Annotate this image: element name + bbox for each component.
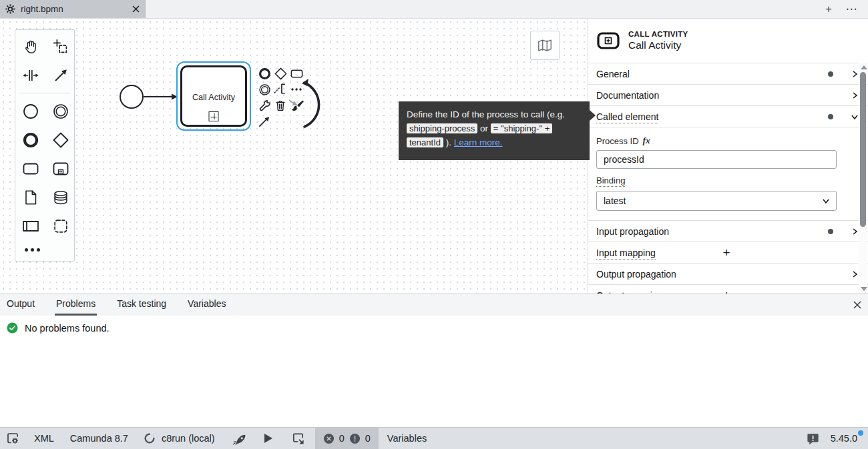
main-area: Call Activity — [0, 19, 868, 294]
section-label: Output propagation — [596, 269, 849, 280]
engine-version-button[interactable]: Camunda 8.7 — [70, 433, 128, 444]
section-general[interactable]: General — [588, 63, 868, 85]
run-target-label[interactable]: c8run (local) — [162, 433, 215, 444]
hand-icon — [21, 37, 40, 56]
start-event-icon — [21, 101, 41, 121]
palette-create-end-event[interactable] — [15, 125, 45, 154]
no-problems-message: No problems found. — [25, 323, 110, 334]
start-instance-button[interactable] — [264, 434, 272, 443]
tooltip-code-example-1: shipping-process — [407, 123, 477, 133]
properties-scrollbar[interactable] — [859, 63, 867, 294]
task-icon — [21, 159, 41, 179]
change-element-wrench[interactable] — [257, 98, 272, 113]
connect-tool[interactable] — [257, 114, 272, 129]
append-intermediate-event[interactable] — [257, 82, 272, 97]
tab-output[interactable]: Output — [5, 294, 36, 316]
palette-lasso-tool[interactable] — [45, 32, 75, 61]
feel-fx-icon[interactable]: fx — [643, 135, 650, 146]
delete-trash[interactable] — [273, 98, 288, 113]
palette-create-start-event[interactable] — [15, 97, 45, 125]
tabbar-actions: + ⋯ — [821, 0, 868, 18]
scroll-up-arrow[interactable] — [861, 65, 867, 69]
group-icon — [51, 217, 70, 236]
xml-toggle[interactable]: XML — [34, 433, 54, 444]
tooltip-code-example-2: = "shipping-" + — [491, 123, 552, 133]
called-element-body: Process ID fx Binding latest — [588, 127, 868, 221]
append-text-annotation[interactable] — [273, 82, 288, 97]
learn-more-link[interactable]: Learn more. — [454, 137, 503, 147]
section-output-mapping[interactable]: Output mapping + — [588, 285, 868, 294]
spinner-icon — [143, 432, 156, 445]
add-output-mapping-button[interactable]: + — [720, 288, 733, 294]
tooltip-arrow — [590, 110, 596, 121]
update-available-dot — [858, 430, 863, 436]
feedback-button[interactable] — [806, 432, 820, 446]
more-options-button[interactable]: ⋯ — [844, 2, 859, 17]
scroll-down-arrow[interactable] — [861, 287, 867, 291]
append-end-event[interactable] — [257, 66, 272, 81]
palette-create-data-store[interactable] — [45, 183, 75, 211]
palette-create-task[interactable] — [15, 154, 45, 183]
element-type: CALL ACTIVITY — [628, 30, 688, 38]
section-label: General — [596, 69, 828, 79]
participant-icon — [21, 216, 41, 236]
tab-variables[interactable]: Variables — [186, 294, 227, 316]
binding-select[interactable]: latest — [596, 191, 837, 211]
gateway-icon — [274, 67, 288, 81]
start-event-shape[interactable] — [120, 85, 144, 109]
palette-create-data-object[interactable] — [15, 183, 45, 211]
section-called-element[interactable]: Called element — [588, 106, 868, 127]
new-tab-button[interactable]: + — [821, 2, 836, 17]
edited-dot — [828, 71, 833, 77]
palette-more-tools[interactable] — [15, 240, 74, 259]
bottom-panel: Output Problems Task testing Variables N… — [0, 294, 868, 427]
sequence-flow[interactable] — [144, 90, 178, 103]
section-output-propagation[interactable]: Output propagation — [588, 264, 868, 285]
deploy-button[interactable] — [232, 432, 246, 446]
add-input-mapping-button[interactable]: + — [720, 246, 733, 260]
process-id-input[interactable] — [596, 150, 837, 169]
tab-close-icon[interactable] — [132, 5, 140, 13]
tab-task-testing[interactable]: Task testing — [116, 294, 168, 316]
section-label: Input propagation — [596, 226, 828, 237]
call-activity-icon — [596, 29, 620, 52]
scrollbar-thumb[interactable] — [860, 72, 866, 227]
palette-hand-tool[interactable] — [15, 32, 45, 61]
palette-create-subprocess[interactable] — [45, 154, 75, 183]
section-label: Documentation — [596, 90, 849, 101]
error-count: 0 — [339, 433, 345, 444]
status-bar: XML Camunda 8.7 c8run (local) — [0, 427, 868, 449]
app-version[interactable]: 5.45.0 — [831, 433, 857, 444]
engine-config-button[interactable] — [5, 431, 20, 446]
tab-right-bpmn[interactable]: right.bpmn — [0, 0, 146, 18]
subprocess-icon — [51, 159, 71, 179]
minimap-toggle[interactable] — [530, 31, 560, 60]
open-in-play-button[interactable] — [290, 431, 306, 446]
call-activity-shape[interactable]: Call Activity — [180, 65, 247, 127]
text-annotation-icon — [273, 82, 288, 97]
palette-global-connect-tool[interactable] — [45, 61, 75, 89]
space-tool-icon — [21, 66, 40, 85]
palette-space-tool[interactable] — [15, 61, 45, 89]
rocket-icon — [232, 432, 246, 446]
bottom-panel-tabs: Output Problems Task testing Variables — [0, 294, 868, 316]
collapsed-marker-icon[interactable] — [209, 111, 219, 121]
section-input-mapping[interactable]: Input mapping + — [588, 242, 868, 264]
tab-problems[interactable]: Problems — [55, 294, 97, 316]
palette-create-gateway[interactable] — [45, 125, 75, 154]
palette-create-group[interactable] — [45, 211, 75, 240]
problems-count-button[interactable]: 0 0 — [315, 428, 379, 449]
section-input-propagation[interactable]: Input propagation — [588, 221, 868, 242]
play-icon — [264, 434, 272, 443]
palette-separator — [19, 93, 70, 93]
binding-label: Binding — [596, 175, 848, 187]
palette-create-participant[interactable] — [15, 211, 45, 240]
connect-arrow-icon — [258, 115, 272, 129]
intermediate-event-icon — [51, 101, 71, 121]
palette-create-intermediate-event[interactable] — [45, 97, 75, 125]
append-gateway[interactable] — [273, 66, 288, 81]
bottom-panel-close-icon[interactable] — [853, 300, 861, 312]
section-documentation[interactable]: Documentation — [588, 85, 868, 106]
variables-button[interactable]: Variables — [387, 433, 427, 444]
process-id-label: Process ID fx — [596, 135, 848, 146]
